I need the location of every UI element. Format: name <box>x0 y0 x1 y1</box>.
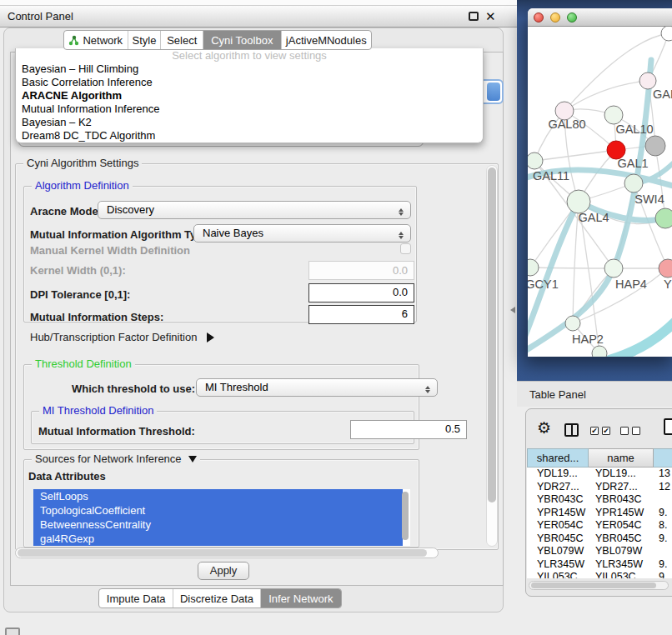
dropdown-item[interactable]: Basic Correlation Inference <box>16 76 483 89</box>
node-swi4[interactable] <box>624 174 643 192</box>
list-item[interactable]: SelfLoops <box>33 489 403 503</box>
tab-select[interactable]: Select <box>160 31 203 49</box>
table-row[interactable]: YBL079WYBL079W <box>527 545 672 558</box>
dropdown-item[interactable]: Mutual Information Inference <box>16 102 483 116</box>
network-window[interactable]: GAL80 GAL10 GAL1 GAL11 SWI4 GAL4 GCY1 HA… <box>528 8 672 357</box>
node-gal-top[interactable] <box>639 72 656 89</box>
node-gal4[interactable] <box>567 190 590 213</box>
settings-vertical-scrollbar[interactable] <box>486 165 498 547</box>
dropdown-item[interactable]: Dream8 DC_TDC Algorithm <box>16 129 483 142</box>
data-attributes-label: Data Attributes <box>28 470 106 482</box>
list-item[interactable]: BetweennessCentrality <box>33 518 403 532</box>
network-window-titlebar[interactable] <box>528 8 672 27</box>
checkbox-checked-icon[interactable]: ✔ <box>590 427 599 435</box>
table-row[interactable]: YDL19...YDL19...13 <box>527 468 672 481</box>
column-header-partial[interactable] <box>654 448 672 468</box>
expand-right-icon <box>207 332 219 342</box>
hscroll-thumb[interactable] <box>18 549 427 557</box>
network-canvas[interactable]: GAL80 GAL10 GAL1 GAL11 SWI4 GAL4 GCY1 HA… <box>528 27 672 357</box>
table-hscroll-thumb[interactable] <box>531 582 656 588</box>
table-panel-titlebar: Table Panel <box>517 381 672 407</box>
manual-kernel-checkbox[interactable] <box>400 243 411 254</box>
dpi-tolerance-input[interactable]: 0.0 <box>308 283 414 302</box>
node-gal10[interactable] <box>604 106 623 124</box>
list-item[interactable]: TopologicalCoefficient <box>33 503 403 518</box>
vscroll-thumb[interactable] <box>488 168 496 502</box>
node-bottom[interactable] <box>592 346 607 357</box>
tab-style[interactable]: Style <box>128 31 161 49</box>
checkbox-checked-icon[interactable]: ✔ <box>602 427 610 435</box>
mac-close-icon[interactable] <box>534 12 544 22</box>
table-horizontal-scrollbar[interactable] <box>529 581 669 590</box>
kernel-width-label: Kernel Width (0,1): <box>30 264 126 277</box>
float-window-icon[interactable] <box>469 12 479 21</box>
gear-icon[interactable]: ⚙ <box>537 420 551 436</box>
column-layout-icon[interactable] <box>564 423 579 437</box>
tab-jactivemnodules[interactable]: jActiveMNodules <box>281 31 371 49</box>
node-label: SWI4 <box>634 192 664 206</box>
node-gal11[interactable] <box>528 152 543 169</box>
table-row[interactable]: YDR27...YDR27...12 <box>527 481 672 494</box>
algorithm-dropdown-popup: Select algorithm to view settings Bayesi… <box>15 48 484 143</box>
checkbox-unchecked-icon[interactable] <box>632 427 640 435</box>
table-row[interactable]: YLR345WYLR345W9. <box>527 558 672 572</box>
dropdown-placeholder: Select algorithm to view settings <box>16 49 483 62</box>
node-labels: GAL80 GAL10 GAL1 GAL11 SWI4 GAL4 GCY1 HA… <box>528 88 672 346</box>
table-row[interactable]: YER054CYER054C8. <box>527 519 672 532</box>
nodes[interactable] <box>528 27 672 357</box>
aracne-mode-combo[interactable]: Discovery <box>98 201 411 219</box>
column-header-name[interactable]: name <box>589 448 654 468</box>
node-gray[interactable] <box>645 136 665 156</box>
checkbox-unchecked-icon[interactable] <box>620 427 629 435</box>
node-green-right[interactable] <box>655 208 672 228</box>
column-header-shared[interactable]: shared... <box>527 448 589 468</box>
kernel-width-input[interactable]: 0.0 <box>308 261 414 280</box>
settings-horizontal-scrollbar[interactable] <box>15 548 439 558</box>
tab-impute-data[interactable]: Impute Data <box>99 589 173 608</box>
network-graph: GAL80 GAL10 GAL1 GAL11 SWI4 GAL4 GCY1 HA… <box>528 27 672 357</box>
list-item[interactable]: gal4RGexp <box>33 532 403 546</box>
window-top-strip <box>0 0 517 6</box>
tab-discretize-data[interactable]: Discretize Data <box>173 589 259 608</box>
mac-zoom-icon[interactable] <box>567 12 577 22</box>
dropdown-item[interactable]: Bayesian – Hill Climbing <box>16 62 483 76</box>
mi-steps-input[interactable]: 6 <box>308 305 414 324</box>
tab-cyni-toolbox[interactable]: Cyni Toolbox <box>203 31 280 49</box>
cyni-settings-title: Cyni Algorithm Settings <box>23 157 142 169</box>
bottom-tabbar: Impute Data Discretize Data Infer Networ… <box>98 588 342 608</box>
node-hap2[interactable] <box>565 316 580 331</box>
mi-steps-label: Mutual Information Steps: <box>30 311 163 323</box>
dock-panel-icon[interactable] <box>5 628 20 635</box>
dropdown-item-selected[interactable]: ARACNE Algorithm <box>16 89 483 102</box>
document-icon[interactable] <box>664 418 672 435</box>
mi-type-combo[interactable]: Naive Bayes <box>193 224 411 242</box>
dropdown-item[interactable]: Bayesian – K2 <box>16 116 483 129</box>
table-row[interactable]: YBR045CYBR045C9. <box>527 532 672 546</box>
table-header: shared... name <box>527 448 672 468</box>
table-row[interactable]: YBR043CYBR043C <box>527 493 672 507</box>
hub-definition-toggle[interactable]: Hub/Transcription Factor Definition <box>30 331 219 343</box>
close-icon[interactable]: ✕ <box>485 8 496 26</box>
tab-infer-network[interactable]: Infer Network <box>260 589 341 608</box>
which-threshold-combo[interactable]: MI Threshold <box>196 378 438 397</box>
combo-arrows-icon <box>424 382 431 395</box>
table-row[interactable]: YPR145WYPR145W9. <box>527 507 672 520</box>
node-label: GAL11 <box>533 169 569 182</box>
apply-button[interactable]: Apply <box>198 562 249 580</box>
node-gcy1[interactable] <box>528 259 539 276</box>
node-label: GAL80 <box>548 118 585 131</box>
node-label: GAL10 <box>615 122 653 136</box>
node-hap4[interactable] <box>604 259 623 278</box>
node-label: GAL1 <box>617 157 648 170</box>
mi-threshold-input[interactable]: 0.5 <box>350 420 467 439</box>
app-root: Control Panel ✕ Network Style Select Cyn… <box>0 0 672 635</box>
table-row[interactable]: YIL053CYIL053C9. <box>527 571 672 578</box>
node-partial[interactable] <box>661 27 672 41</box>
sources-title[interactable]: Sources for Network Inference <box>32 452 200 468</box>
panel-resize-handle[interactable] <box>507 307 515 313</box>
list-scrollbar-thumb[interactable] <box>402 492 409 540</box>
tab-network[interactable]: Network <box>64 31 128 49</box>
threshold-definition-title: Threshold Definition <box>32 358 135 370</box>
table-panel-title: Table Panel <box>529 388 586 401</box>
mac-minimize-icon[interactable] <box>550 12 560 22</box>
